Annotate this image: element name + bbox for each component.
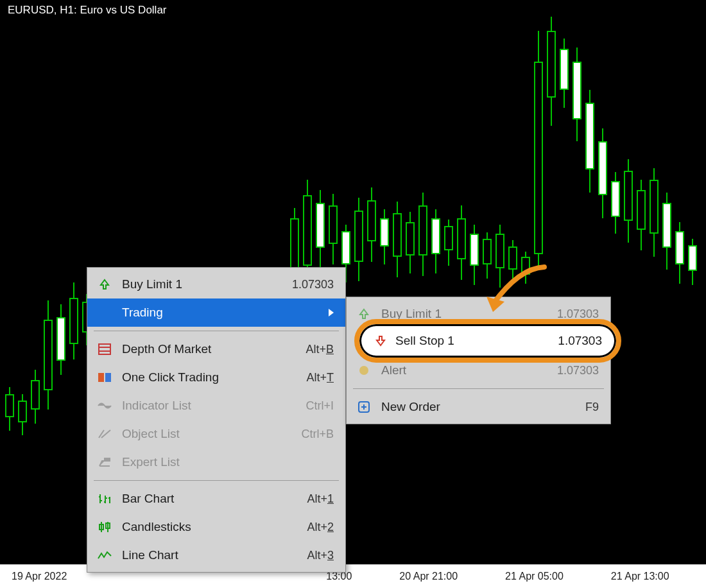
menu-item-shortcut: Ctrl+B xyxy=(301,428,334,441)
menu-item-expert-list: Expert List xyxy=(87,448,345,476)
menu-item-indicator-list: Indicator List Ctrl+I xyxy=(87,392,345,420)
menu-item-label: Bar Chart xyxy=(122,492,299,506)
context-menu: Buy Limit 1 1.07303 Trading Depth Of Mar… xyxy=(87,267,346,573)
chart-title: EURUSD, H1: Euro vs US Dollar xyxy=(8,4,167,17)
menu-item-buy-limit[interactable]: Buy Limit 1 1.07303 xyxy=(87,270,345,298)
x-tick: 21 Apr 05:00 xyxy=(505,571,564,582)
menu-item-line-chart[interactable]: Line Chart Alt+3 xyxy=(87,541,345,569)
svg-rect-4 xyxy=(105,373,111,382)
menu-item-label: New Order xyxy=(381,400,578,414)
menu-item-label: Expert List xyxy=(122,455,334,469)
menu-item-label: Depth Of Market xyxy=(122,342,298,356)
arrow-down-icon xyxy=(371,335,390,347)
arrow-up-icon xyxy=(354,308,374,320)
menu-separator xyxy=(94,480,339,481)
menu-item-shortcut: Alt+3 xyxy=(307,549,334,562)
menu-item-one-click-trading[interactable]: One Click Trading Alt+T xyxy=(87,363,345,392)
arrow-up-icon xyxy=(95,279,114,290)
menu-item-object-list: Object List Ctrl+B xyxy=(87,420,345,448)
menu-item-label: Buy Limit 1 xyxy=(122,277,284,291)
callout-label: Sell Stop 1 xyxy=(390,334,558,348)
menu-item-shortcut: Alt+2 xyxy=(307,521,334,534)
menu-item-candlesticks[interactable]: Candlesticks Alt+2 xyxy=(87,513,345,541)
menu-item-shortcut: Alt+T xyxy=(306,371,334,385)
svg-rect-0 xyxy=(99,344,110,354)
submenu-caret-icon xyxy=(329,309,334,316)
menu-item-label: Trading xyxy=(122,306,316,320)
callout-sell-stop[interactable]: Sell Stop 1 1.07303 xyxy=(354,319,621,363)
menu-item-shortcut: Alt+1 xyxy=(307,492,334,506)
x-tick: 21 Apr 13:00 xyxy=(611,571,669,582)
menu-separator xyxy=(94,331,339,331)
indicator-icon xyxy=(95,401,114,410)
menu-item-shortcut: F9 xyxy=(585,401,599,414)
x-tick: 20 Apr 21:00 xyxy=(399,571,458,582)
depth-icon xyxy=(95,343,114,355)
menu-item-value: 1.07303 xyxy=(292,278,334,291)
menu-item-label: Object List xyxy=(122,427,293,441)
expert-icon xyxy=(95,457,114,467)
bell-icon xyxy=(354,365,374,376)
submenu-item-new-order[interactable]: New Order F9 xyxy=(347,393,610,421)
menu-item-label: One Click Trading xyxy=(122,370,298,385)
menu-item-bar-chart[interactable]: Bar Chart Alt+1 xyxy=(87,485,345,513)
menu-item-shortcut: Ctrl+I xyxy=(306,399,334,413)
plus-square-icon xyxy=(354,401,374,413)
one-click-icon xyxy=(95,372,114,383)
object-list-icon xyxy=(95,429,114,439)
menu-item-label: Candlesticks xyxy=(122,520,299,534)
menu-separator xyxy=(353,388,604,389)
menu-item-label: Line Chart xyxy=(122,548,299,562)
menu-item-label: Indicator List xyxy=(122,399,298,413)
menu-item-depth-of-market[interactable]: Depth Of Market Alt+B xyxy=(87,335,345,363)
x-tick: 19 Apr 2022 xyxy=(12,571,67,582)
menu-item-value: 1.07303 xyxy=(557,364,599,377)
svg-point-9 xyxy=(359,366,368,375)
menu-item-label: Alert xyxy=(381,363,549,377)
line-chart-icon xyxy=(95,551,114,560)
bar-chart-icon xyxy=(95,493,114,505)
callout-value: 1.07303 xyxy=(558,334,602,348)
menu-item-shortcut: Alt+B xyxy=(306,343,334,356)
candlestick-icon xyxy=(95,521,114,533)
menu-item-trading[interactable]: Trading xyxy=(87,298,345,327)
svg-rect-3 xyxy=(98,373,104,382)
